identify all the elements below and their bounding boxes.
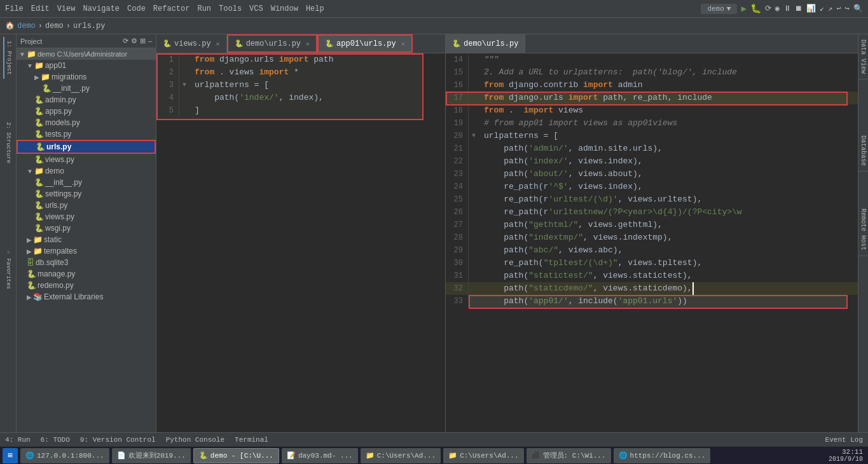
menu-help[interactable]: Help <box>306 4 324 13</box>
remote-host-panel[interactable]: Remote Host <box>858 203 868 256</box>
line-content-4: path('index/', index), <box>189 92 445 104</box>
tree-settings[interactable]: 🐍 settings.py <box>17 188 156 200</box>
taskbar-start[interactable]: ⊞ <box>3 448 18 463</box>
menu-tools[interactable]: Tools <box>219 4 242 13</box>
breadcrumb-project[interactable]: demo <box>17 22 36 31</box>
run-button[interactable]: ▶ <box>741 3 746 14</box>
run-config[interactable]: demo ▼ <box>701 4 737 14</box>
search-icon[interactable]: 🔍 <box>853 4 863 13</box>
tree-init-app01[interactable]: 🐍 __init__.py <box>17 83 156 94</box>
taskbar-explorer1[interactable]: 📁 C:\Users\Ad... <box>361 448 441 463</box>
tree-apps[interactable]: 🐍 apps.py <box>17 106 156 117</box>
tree-urls-app01[interactable]: 🐍 urls.py <box>17 140 156 154</box>
event-log-tab[interactable]: Event Log <box>825 436 863 444</box>
menu-edit[interactable]: Edit <box>31 4 50 13</box>
bottom-todo-tab[interactable]: 6: TODO <box>41 436 70 444</box>
tree-wsgi[interactable]: 🐍 wsgi.py <box>17 222 156 234</box>
line-content-3: urlpatterns = [ <box>189 79 445 92</box>
tab-right-demo-urls[interactable]: 🐍 demo\urls.py <box>446 34 525 53</box>
day03-label: day03.md- ... <box>298 452 353 460</box>
menu-run[interactable]: Run <box>197 4 211 13</box>
menu-file[interactable]: File <box>5 4 24 13</box>
data-view-panel[interactable]: Data View <box>858 34 868 79</box>
tab-views-py[interactable]: 🐍 views.py ✕ <box>156 34 227 53</box>
breadcrumb-file[interactable]: urls.py <box>73 22 105 31</box>
tool-btn-3[interactable]: ⏸ <box>783 4 791 13</box>
menu-navigate[interactable]: Navigate <box>83 4 120 13</box>
tree-templates[interactable]: ▶ 📁 tempaltes <box>17 245 156 257</box>
settings-icon[interactable]: ⚙ <box>131 37 137 45</box>
taskbar-explorer2[interactable]: 📁 C:\Users\Ad... <box>443 448 523 463</box>
tree-templates-label: tempaltes <box>44 247 77 256</box>
menu-view[interactable]: View <box>57 4 76 13</box>
tree-redemo[interactable]: 🐍 redemo.py <box>17 280 156 291</box>
right-editor-content[interactable]: 14 """ 15 2. Add a URL to urlpatterns: p… <box>446 53 858 432</box>
left-editor-content[interactable]: 1 from django.urls import path 2 from . … <box>156 53 445 432</box>
sidebar-structure-icon[interactable]: 2: Structure <box>4 118 13 167</box>
taskbar-cmd[interactable]: ⬛ 管理员: C:\Wi... <box>527 448 611 463</box>
debug-button[interactable]: 🐛 <box>750 3 761 14</box>
filter-icon[interactable]: ⊞ <box>140 37 146 45</box>
tab-demo-urls[interactable]: 🐍 demo\urls.py ✕ <box>227 34 317 53</box>
bottom-vcs-tab[interactable]: 9: Version Control <box>80 436 156 444</box>
rnum-18: 18 <box>446 104 469 117</box>
tree-init-demo[interactable]: 🐍 __init__.py <box>17 177 156 188</box>
menu-window[interactable]: Window <box>271 4 298 13</box>
tree-admin[interactable]: 🐍 admin.py <box>17 94 156 106</box>
tree-static[interactable]: ▶ 📁 static <box>17 234 156 245</box>
sidebar-favorites-icon[interactable]: ☆ Favorites <box>4 245 13 293</box>
tool-btn-9[interactable]: ↪ <box>845 4 850 13</box>
tree-views-app01[interactable]: 🐍 views.py <box>17 154 156 165</box>
bottom-terminal-tab[interactable]: Terminal <box>235 436 268 444</box>
menu-refactor[interactable]: Refactor <box>153 4 190 13</box>
tree-tests[interactable]: 🐍 tests.py <box>17 128 156 140</box>
tree-external[interactable]: ▶ 📚 External Libraries <box>17 291 156 303</box>
admin-icon: 🐍 <box>34 95 44 104</box>
breadcrumb-demo[interactable]: demo <box>45 22 64 31</box>
taskbar-pycharm[interactable]: 🐍 demo - [C:\U... <box>193 448 279 463</box>
tab-app01-urls[interactable]: 🐍 app01\urls.py ✕ <box>317 34 413 53</box>
sidebar-project-icon[interactable]: 1: Project <box>3 37 13 79</box>
tree-urls-demo[interactable]: 🐍 urls.py <box>17 200 156 211</box>
taskbar-welcome[interactable]: 📄 欢迎来到2019... <box>112 448 191 463</box>
tree-app01[interactable]: ▼ 📁 app01 <box>17 60 156 71</box>
tool-btn-6[interactable]: ↙ <box>820 4 824 13</box>
sync-icon[interactable]: ⟳ <box>123 37 128 45</box>
tree-views-demo[interactable]: 🐍 views.py <box>17 211 156 222</box>
collapse-icon[interactable]: – <box>148 37 152 45</box>
tool-btn-4[interactable]: ⏹ <box>795 4 803 13</box>
app01-urls-close-icon[interactable]: ✕ <box>401 40 405 48</box>
rcontent-14: """ <box>479 53 858 66</box>
tool-btn-8[interactable]: ↩ <box>837 4 841 13</box>
views-close-icon[interactable]: ✕ <box>216 40 220 48</box>
right-line-22: 22 path('index/', views.index), <box>446 155 858 168</box>
right-line-23: 23 path('about/', views.about), <box>446 168 858 181</box>
tree-root[interactable]: ▼ 📁 demo C:\Users\Administrator <box>17 48 156 60</box>
menu-code[interactable]: Code <box>127 4 146 13</box>
demo-urls-close-icon[interactable]: ✕ <box>306 40 310 48</box>
rnum-24: 24 <box>446 181 469 193</box>
tree-models[interactable]: 🐍 models.py <box>17 117 156 128</box>
menu-vcs[interactable]: VCS <box>249 4 263 13</box>
database-panel[interactable]: Database <box>858 130 868 172</box>
urls-app01-icon: 🐍 <box>36 142 45 151</box>
tree-manage[interactable]: 🐍 manage.py <box>17 268 156 280</box>
tool-btn-2[interactable]: ◉ <box>775 4 780 13</box>
init-demo-icon: 🐍 <box>34 178 44 187</box>
tests-icon: 🐍 <box>34 130 44 139</box>
tool-btn-7[interactable]: ↗ <box>828 4 832 13</box>
tree-migrations[interactable]: ▶ 📁 migrations <box>17 71 156 83</box>
bottom-run-tab[interactable]: 4: Run <box>5 436 31 444</box>
taskbar-blog[interactable]: 🌐 https://blog.cs... <box>614 448 711 463</box>
bottom-status-bar: 4: Run 6: TODO 9: Version Control Python… <box>0 432 868 446</box>
taskbar-browser[interactable]: 🌐 127.0.0.1:800... <box>20 448 109 463</box>
views-demo-icon: 🐍 <box>34 212 44 221</box>
tool-btn-5[interactable]: 📊 <box>806 4 816 13</box>
taskbar-day03[interactable]: 📝 day03.md- ... <box>282 448 358 463</box>
tree-demo-folder[interactable]: ▼ 📁 demo <box>17 165 156 177</box>
tool-btn-1[interactable]: ⟳ <box>765 4 771 13</box>
gutter-3: ▼ <box>179 79 189 92</box>
tree-db[interactable]: 🗄 db.sqlite3 <box>17 257 156 268</box>
bottom-console-tab[interactable]: Python Console <box>166 436 224 444</box>
tree-manage-label: manage.py <box>38 270 75 278</box>
